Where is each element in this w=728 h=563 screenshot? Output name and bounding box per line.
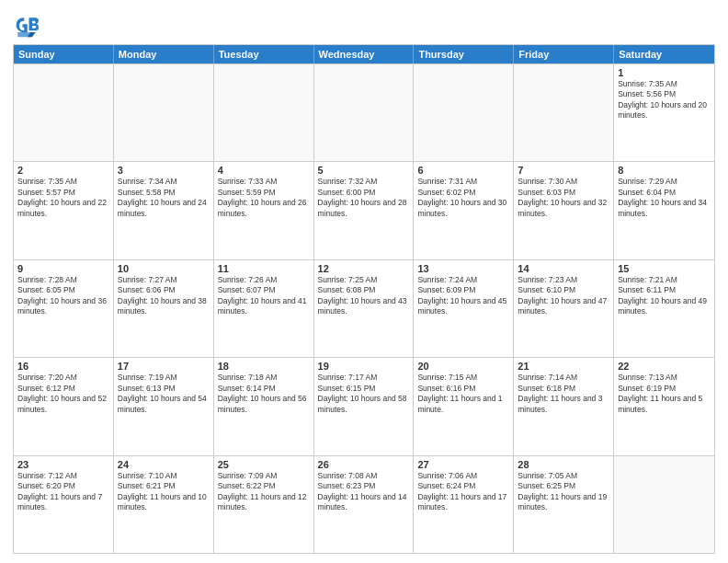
calendar-cell: 5Sunrise: 7:32 AM Sunset: 6:00 PM Daylig… <box>314 162 415 259</box>
calendar-week-row: 2Sunrise: 7:35 AM Sunset: 5:57 PM Daylig… <box>14 161 714 259</box>
calendar-cell <box>414 64 514 161</box>
day-number: 26 <box>318 459 410 470</box>
calendar-cell: 4Sunrise: 7:33 AM Sunset: 5:59 PM Daylig… <box>214 162 314 259</box>
day-info: Sunrise: 7:29 AM Sunset: 6:04 PM Dayligh… <box>618 177 711 219</box>
calendar-cell: 16Sunrise: 7:20 AM Sunset: 6:12 PM Dayli… <box>14 358 114 454</box>
calendar-cell: 23Sunrise: 7:12 AM Sunset: 6:20 PM Dayli… <box>14 456 114 553</box>
calendar-header-cell: Friday <box>514 45 614 63</box>
calendar-cell: 15Sunrise: 7:21 AM Sunset: 6:11 PM Dayli… <box>614 260 714 357</box>
calendar-cell: 24Sunrise: 7:10 AM Sunset: 6:21 PM Dayli… <box>114 456 214 553</box>
day-number: 5 <box>318 165 410 176</box>
calendar-cell: 11Sunrise: 7:26 AM Sunset: 6:07 PM Dayli… <box>214 260 314 357</box>
day-number: 15 <box>618 263 711 274</box>
day-number: 18 <box>218 361 310 372</box>
day-info: Sunrise: 7:21 AM Sunset: 6:11 PM Dayligh… <box>618 275 711 317</box>
day-info: Sunrise: 7:15 AM Sunset: 6:16 PM Dayligh… <box>417 373 509 415</box>
day-number: 6 <box>417 165 509 176</box>
day-info: Sunrise: 7:08 AM Sunset: 6:23 PM Dayligh… <box>318 471 410 513</box>
calendar-cell: 12Sunrise: 7:25 AM Sunset: 6:08 PM Dayli… <box>314 260 415 357</box>
day-number: 3 <box>118 165 210 176</box>
day-info: Sunrise: 7:05 AM Sunset: 6:25 PM Dayligh… <box>518 471 609 513</box>
day-info: Sunrise: 7:27 AM Sunset: 6:06 PM Dayligh… <box>118 275 210 317</box>
calendar-cell: 9Sunrise: 7:28 AM Sunset: 6:05 PM Daylig… <box>14 260 114 357</box>
day-info: Sunrise: 7:32 AM Sunset: 6:00 PM Dayligh… <box>318 177 410 219</box>
day-number: 14 <box>518 263 609 274</box>
calendar-cell: 6Sunrise: 7:31 AM Sunset: 6:02 PM Daylig… <box>414 162 514 259</box>
day-number: 21 <box>518 361 609 372</box>
calendar-cell <box>214 64 314 161</box>
day-number: 12 <box>318 263 410 274</box>
day-info: Sunrise: 7:23 AM Sunset: 6:10 PM Dayligh… <box>518 275 609 317</box>
calendar-cell: 28Sunrise: 7:05 AM Sunset: 6:25 PM Dayli… <box>514 456 614 553</box>
day-number: 11 <box>218 263 310 274</box>
calendar-cell: 17Sunrise: 7:19 AM Sunset: 6:13 PM Dayli… <box>114 358 214 454</box>
calendar-cell <box>514 64 614 161</box>
calendar: SundayMondayTuesdayWednesdayThursdayFrid… <box>13 44 715 554</box>
day-info: Sunrise: 7:17 AM Sunset: 6:15 PM Dayligh… <box>318 373 410 415</box>
calendar-cell <box>14 64 114 161</box>
day-number: 10 <box>118 263 210 274</box>
calendar-header-cell: Tuesday <box>214 45 314 63</box>
day-number: 8 <box>618 165 711 176</box>
day-info: Sunrise: 7:33 AM Sunset: 5:59 PM Dayligh… <box>218 177 310 219</box>
calendar-cell: 25Sunrise: 7:09 AM Sunset: 6:22 PM Dayli… <box>214 456 314 553</box>
day-number: 13 <box>417 263 509 274</box>
day-number: 28 <box>518 459 609 470</box>
day-info: Sunrise: 7:06 AM Sunset: 6:24 PM Dayligh… <box>417 471 509 513</box>
calendar-cell: 13Sunrise: 7:24 AM Sunset: 6:09 PM Dayli… <box>414 260 514 357</box>
day-number: 27 <box>417 459 509 470</box>
calendar-cell: 7Sunrise: 7:30 AM Sunset: 6:03 PM Daylig… <box>514 162 614 259</box>
day-number: 7 <box>518 165 609 176</box>
calendar-cell: 8Sunrise: 7:29 AM Sunset: 6:04 PM Daylig… <box>614 162 714 259</box>
page: SundayMondayTuesdayWednesdayThursdayFrid… <box>0 0 728 563</box>
calendar-week-row: 16Sunrise: 7:20 AM Sunset: 6:12 PM Dayli… <box>14 357 714 454</box>
calendar-header-cell: Wednesday <box>314 45 415 63</box>
calendar-header-cell: Saturday <box>614 45 714 63</box>
day-info: Sunrise: 7:13 AM Sunset: 6:19 PM Dayligh… <box>618 373 711 415</box>
day-number: 23 <box>17 459 109 470</box>
calendar-week-row: 23Sunrise: 7:12 AM Sunset: 6:20 PM Dayli… <box>14 455 714 553</box>
calendar-header-cell: Sunday <box>14 45 114 63</box>
calendar-cell: 2Sunrise: 7:35 AM Sunset: 5:57 PM Daylig… <box>14 162 114 259</box>
day-number: 20 <box>417 361 509 372</box>
calendar-header-cell: Thursday <box>414 45 514 63</box>
day-info: Sunrise: 7:35 AM Sunset: 5:57 PM Dayligh… <box>17 177 109 219</box>
calendar-body: 1Sunrise: 7:35 AM Sunset: 5:56 PM Daylig… <box>14 63 714 553</box>
day-info: Sunrise: 7:34 AM Sunset: 5:58 PM Dayligh… <box>118 177 210 219</box>
day-info: Sunrise: 7:12 AM Sunset: 6:20 PM Dayligh… <box>17 471 109 513</box>
calendar-cell: 10Sunrise: 7:27 AM Sunset: 6:06 PM Dayli… <box>114 260 214 357</box>
day-info: Sunrise: 7:30 AM Sunset: 6:03 PM Dayligh… <box>518 177 609 219</box>
day-info: Sunrise: 7:24 AM Sunset: 6:09 PM Dayligh… <box>417 275 509 317</box>
day-number: 9 <box>17 263 109 274</box>
calendar-cell: 22Sunrise: 7:13 AM Sunset: 6:19 PM Dayli… <box>614 358 714 454</box>
day-info: Sunrise: 7:26 AM Sunset: 6:07 PM Dayligh… <box>218 275 310 317</box>
calendar-header: SundayMondayTuesdayWednesdayThursdayFrid… <box>14 45 714 63</box>
day-info: Sunrise: 7:18 AM Sunset: 6:14 PM Dayligh… <box>218 373 310 415</box>
day-info: Sunrise: 7:35 AM Sunset: 5:56 PM Dayligh… <box>618 79 711 121</box>
calendar-cell <box>614 456 714 553</box>
calendar-cell: 3Sunrise: 7:34 AM Sunset: 5:58 PM Daylig… <box>114 162 214 259</box>
calendar-cell: 1Sunrise: 7:35 AM Sunset: 5:56 PM Daylig… <box>614 64 714 161</box>
calendar-cell: 27Sunrise: 7:06 AM Sunset: 6:24 PM Dayli… <box>414 456 514 553</box>
day-number: 1 <box>618 67 711 78</box>
day-number: 4 <box>218 165 310 176</box>
day-info: Sunrise: 7:09 AM Sunset: 6:22 PM Dayligh… <box>218 471 310 513</box>
day-info: Sunrise: 7:14 AM Sunset: 6:18 PM Dayligh… <box>518 373 609 415</box>
day-info: Sunrise: 7:25 AM Sunset: 6:08 PM Dayligh… <box>318 275 410 317</box>
calendar-cell <box>314 64 415 161</box>
day-number: 22 <box>618 361 711 372</box>
day-info: Sunrise: 7:10 AM Sunset: 6:21 PM Dayligh… <box>118 471 210 513</box>
day-number: 24 <box>118 459 210 470</box>
calendar-cell: 26Sunrise: 7:08 AM Sunset: 6:23 PM Dayli… <box>314 456 415 553</box>
day-number: 17 <box>118 361 210 372</box>
calendar-cell: 20Sunrise: 7:15 AM Sunset: 6:16 PM Dayli… <box>414 358 514 454</box>
day-info: Sunrise: 7:28 AM Sunset: 6:05 PM Dayligh… <box>17 275 109 317</box>
calendar-cell: 21Sunrise: 7:14 AM Sunset: 6:18 PM Dayli… <box>514 358 614 454</box>
calendar-cell: 14Sunrise: 7:23 AM Sunset: 6:10 PM Dayli… <box>514 260 614 357</box>
day-number: 19 <box>318 361 410 372</box>
calendar-cell: 19Sunrise: 7:17 AM Sunset: 6:15 PM Dayli… <box>314 358 415 454</box>
day-info: Sunrise: 7:31 AM Sunset: 6:02 PM Dayligh… <box>417 177 509 219</box>
day-number: 2 <box>17 165 109 176</box>
day-info: Sunrise: 7:19 AM Sunset: 6:13 PM Dayligh… <box>118 373 210 415</box>
calendar-cell <box>114 64 214 161</box>
